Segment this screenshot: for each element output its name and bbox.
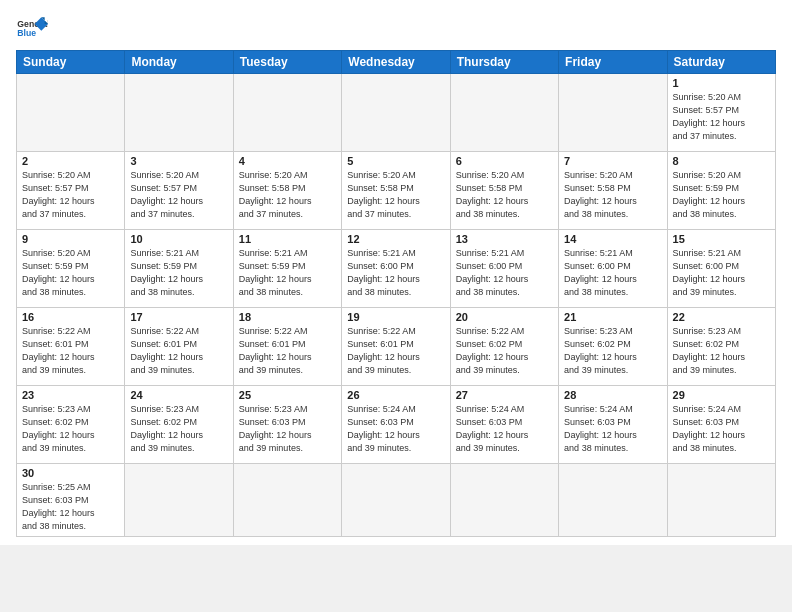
calendar-table: SundayMondayTuesdayWednesdayThursdayFrid… — [16, 50, 776, 537]
day-info: Sunrise: 5:24 AM Sunset: 6:03 PM Dayligh… — [456, 403, 553, 455]
col-header-wednesday: Wednesday — [342, 51, 450, 74]
day-info: Sunrise: 5:20 AM Sunset: 5:57 PM Dayligh… — [22, 169, 119, 221]
day-info: Sunrise: 5:22 AM Sunset: 6:01 PM Dayligh… — [347, 325, 444, 377]
day-info: Sunrise: 5:21 AM Sunset: 6:00 PM Dayligh… — [347, 247, 444, 299]
col-header-tuesday: Tuesday — [233, 51, 341, 74]
calendar-cell — [450, 464, 558, 537]
day-number: 13 — [456, 233, 553, 245]
calendar-cell: 28Sunrise: 5:24 AM Sunset: 6:03 PM Dayli… — [559, 386, 667, 464]
calendar-cell: 11Sunrise: 5:21 AM Sunset: 5:59 PM Dayli… — [233, 230, 341, 308]
day-info: Sunrise: 5:20 AM Sunset: 5:57 PM Dayligh… — [673, 91, 770, 143]
calendar-week-row: 23Sunrise: 5:23 AM Sunset: 6:02 PM Dayli… — [17, 386, 776, 464]
calendar-cell — [233, 74, 341, 152]
calendar-week-row: 30Sunrise: 5:25 AM Sunset: 6:03 PM Dayli… — [17, 464, 776, 537]
day-number: 12 — [347, 233, 444, 245]
day-info: Sunrise: 5:22 AM Sunset: 6:01 PM Dayligh… — [22, 325, 119, 377]
day-number: 15 — [673, 233, 770, 245]
calendar-cell — [559, 464, 667, 537]
calendar-week-row: 1Sunrise: 5:20 AM Sunset: 5:57 PM Daylig… — [17, 74, 776, 152]
day-info: Sunrise: 5:21 AM Sunset: 5:59 PM Dayligh… — [130, 247, 227, 299]
day-number: 3 — [130, 155, 227, 167]
day-info: Sunrise: 5:20 AM Sunset: 5:59 PM Dayligh… — [22, 247, 119, 299]
col-header-monday: Monday — [125, 51, 233, 74]
day-info: Sunrise: 5:23 AM Sunset: 6:02 PM Dayligh… — [564, 325, 661, 377]
calendar-cell: 14Sunrise: 5:21 AM Sunset: 6:00 PM Dayli… — [559, 230, 667, 308]
day-info: Sunrise: 5:24 AM Sunset: 6:03 PM Dayligh… — [673, 403, 770, 455]
day-number: 25 — [239, 389, 336, 401]
day-number: 7 — [564, 155, 661, 167]
calendar-cell: 5Sunrise: 5:20 AM Sunset: 5:58 PM Daylig… — [342, 152, 450, 230]
general-blue-logo-icon: General Blue — [16, 12, 48, 44]
col-header-saturday: Saturday — [667, 51, 775, 74]
calendar-cell: 1Sunrise: 5:20 AM Sunset: 5:57 PM Daylig… — [667, 74, 775, 152]
calendar-cell: 4Sunrise: 5:20 AM Sunset: 5:58 PM Daylig… — [233, 152, 341, 230]
calendar-cell: 16Sunrise: 5:22 AM Sunset: 6:01 PM Dayli… — [17, 308, 125, 386]
calendar-cell: 3Sunrise: 5:20 AM Sunset: 5:57 PM Daylig… — [125, 152, 233, 230]
day-number: 29 — [673, 389, 770, 401]
day-info: Sunrise: 5:21 AM Sunset: 5:59 PM Dayligh… — [239, 247, 336, 299]
day-info: Sunrise: 5:20 AM Sunset: 5:59 PM Dayligh… — [673, 169, 770, 221]
page: General Blue SundayMondayTuesdayWednesda… — [0, 0, 792, 545]
day-info: Sunrise: 5:23 AM Sunset: 6:02 PM Dayligh… — [673, 325, 770, 377]
calendar-cell: 2Sunrise: 5:20 AM Sunset: 5:57 PM Daylig… — [17, 152, 125, 230]
calendar-cell — [342, 464, 450, 537]
day-number: 1 — [673, 77, 770, 89]
day-info: Sunrise: 5:25 AM Sunset: 6:03 PM Dayligh… — [22, 481, 119, 533]
day-number: 21 — [564, 311, 661, 323]
calendar-cell — [233, 464, 341, 537]
header: General Blue — [16, 12, 776, 44]
day-info: Sunrise: 5:23 AM Sunset: 6:02 PM Dayligh… — [130, 403, 227, 455]
calendar-cell — [450, 74, 558, 152]
calendar-cell — [667, 464, 775, 537]
col-header-friday: Friday — [559, 51, 667, 74]
calendar-cell — [125, 464, 233, 537]
day-info: Sunrise: 5:20 AM Sunset: 5:58 PM Dayligh… — [564, 169, 661, 221]
calendar-cell: 22Sunrise: 5:23 AM Sunset: 6:02 PM Dayli… — [667, 308, 775, 386]
calendar-cell — [342, 74, 450, 152]
calendar-cell: 6Sunrise: 5:20 AM Sunset: 5:58 PM Daylig… — [450, 152, 558, 230]
day-number: 11 — [239, 233, 336, 245]
day-number: 16 — [22, 311, 119, 323]
calendar-cell: 15Sunrise: 5:21 AM Sunset: 6:00 PM Dayli… — [667, 230, 775, 308]
day-number: 30 — [22, 467, 119, 479]
day-info: Sunrise: 5:22 AM Sunset: 6:01 PM Dayligh… — [130, 325, 227, 377]
calendar-cell: 30Sunrise: 5:25 AM Sunset: 6:03 PM Dayli… — [17, 464, 125, 537]
day-number: 6 — [456, 155, 553, 167]
calendar-cell: 17Sunrise: 5:22 AM Sunset: 6:01 PM Dayli… — [125, 308, 233, 386]
day-number: 22 — [673, 311, 770, 323]
day-number: 8 — [673, 155, 770, 167]
day-number: 2 — [22, 155, 119, 167]
day-number: 23 — [22, 389, 119, 401]
calendar-cell: 27Sunrise: 5:24 AM Sunset: 6:03 PM Dayli… — [450, 386, 558, 464]
col-header-sunday: Sunday — [17, 51, 125, 74]
day-info: Sunrise: 5:20 AM Sunset: 5:57 PM Dayligh… — [130, 169, 227, 221]
calendar-cell: 12Sunrise: 5:21 AM Sunset: 6:00 PM Dayli… — [342, 230, 450, 308]
day-info: Sunrise: 5:22 AM Sunset: 6:02 PM Dayligh… — [456, 325, 553, 377]
calendar-cell — [559, 74, 667, 152]
day-info: Sunrise: 5:23 AM Sunset: 6:03 PM Dayligh… — [239, 403, 336, 455]
day-number: 14 — [564, 233, 661, 245]
day-number: 18 — [239, 311, 336, 323]
day-number: 5 — [347, 155, 444, 167]
col-header-thursday: Thursday — [450, 51, 558, 74]
calendar-cell: 29Sunrise: 5:24 AM Sunset: 6:03 PM Dayli… — [667, 386, 775, 464]
day-number: 10 — [130, 233, 227, 245]
day-info: Sunrise: 5:24 AM Sunset: 6:03 PM Dayligh… — [347, 403, 444, 455]
calendar-cell — [17, 74, 125, 152]
day-number: 28 — [564, 389, 661, 401]
day-info: Sunrise: 5:23 AM Sunset: 6:02 PM Dayligh… — [22, 403, 119, 455]
calendar-week-row: 2Sunrise: 5:20 AM Sunset: 5:57 PM Daylig… — [17, 152, 776, 230]
logo: General Blue — [16, 12, 48, 44]
calendar-cell: 9Sunrise: 5:20 AM Sunset: 5:59 PM Daylig… — [17, 230, 125, 308]
calendar-header-row: SundayMondayTuesdayWednesdayThursdayFrid… — [17, 51, 776, 74]
day-number: 19 — [347, 311, 444, 323]
day-info: Sunrise: 5:20 AM Sunset: 5:58 PM Dayligh… — [456, 169, 553, 221]
calendar-cell: 26Sunrise: 5:24 AM Sunset: 6:03 PM Dayli… — [342, 386, 450, 464]
calendar-week-row: 16Sunrise: 5:22 AM Sunset: 6:01 PM Dayli… — [17, 308, 776, 386]
calendar-cell: 8Sunrise: 5:20 AM Sunset: 5:59 PM Daylig… — [667, 152, 775, 230]
calendar-cell: 21Sunrise: 5:23 AM Sunset: 6:02 PM Dayli… — [559, 308, 667, 386]
day-info: Sunrise: 5:21 AM Sunset: 6:00 PM Dayligh… — [456, 247, 553, 299]
day-number: 27 — [456, 389, 553, 401]
calendar-cell — [125, 74, 233, 152]
day-number: 26 — [347, 389, 444, 401]
